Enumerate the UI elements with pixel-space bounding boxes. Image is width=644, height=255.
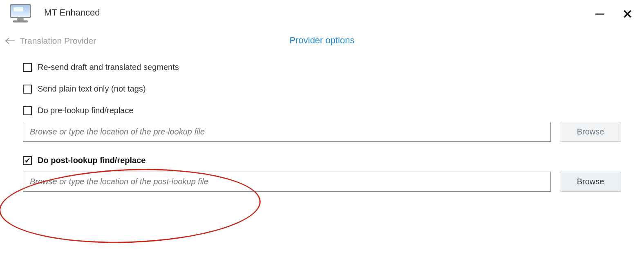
back-link[interactable]: Translation Provider: [5, 36, 96, 46]
app-icon: [8, 4, 33, 21]
tab-provider-options[interactable]: Provider options: [290, 35, 355, 46]
option-plaintext: Send plain text only (not tags): [23, 84, 621, 94]
option-prelookup: Do pre-lookup find/replace: [23, 106, 621, 115]
title-bar: MT Enhanced: [0, 0, 644, 29]
back-arrow-icon: [5, 37, 16, 45]
subheader: Translation Provider Provider options: [0, 29, 644, 63]
postlookup-input-row: Browse: [23, 172, 621, 192]
postlookup-checkbox[interactable]: ✔: [23, 156, 32, 165]
option-resend: Re-send draft and translated segments: [23, 63, 621, 72]
prelookup-checkbox[interactable]: [23, 106, 32, 115]
breadcrumb-label: Translation Provider: [20, 36, 96, 46]
plaintext-checkbox[interactable]: [23, 85, 32, 94]
prelookup-label: Do pre-lookup find/replace: [38, 106, 134, 115]
close-icon[interactable]: ✕: [622, 8, 633, 20]
window-title: MT Enhanced: [44, 7, 100, 18]
prelookup-file-input[interactable]: [23, 122, 551, 142]
window-controls: ✕: [595, 8, 633, 20]
postlookup-file-input[interactable]: [23, 172, 551, 192]
postlookup-label: Do post-lookup find/replace: [38, 156, 145, 165]
plaintext-label: Send plain text only (not tags): [38, 84, 146, 94]
resend-checkbox[interactable]: [23, 63, 32, 72]
prelookup-browse-button[interactable]: Browse: [560, 122, 621, 142]
prelookup-input-row: Browse: [23, 122, 621, 142]
content: Re-send draft and translated segments Se…: [0, 63, 644, 192]
postlookup-browse-button[interactable]: Browse: [560, 172, 621, 192]
minimize-icon[interactable]: [595, 13, 604, 15]
option-postlookup: ✔ Do post-lookup find/replace: [23, 156, 621, 165]
resend-label: Re-send draft and translated segments: [38, 63, 179, 72]
